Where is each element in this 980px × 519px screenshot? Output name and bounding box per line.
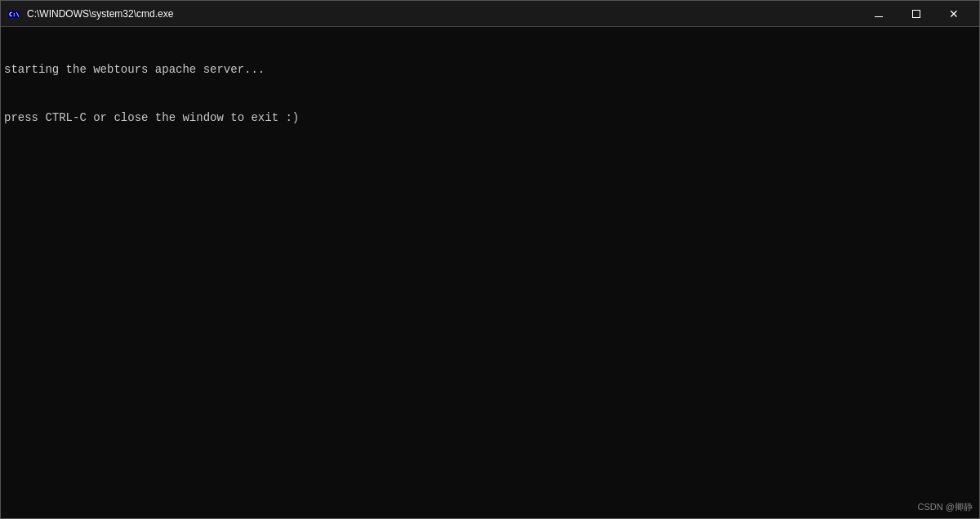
maximize-button[interactable] xyxy=(898,1,935,27)
cmd-icon: C:\ xyxy=(7,7,20,20)
minimize-button[interactable] xyxy=(860,1,898,27)
watermark: CSDN @卿静 xyxy=(918,501,973,513)
window-title: C:\WINDOWS\system32\cmd.exe xyxy=(27,8,860,20)
terminal-line-2: press CTRL-C or close the window to exit… xyxy=(4,110,976,127)
maximize-icon xyxy=(912,10,920,18)
window-controls: ✕ xyxy=(860,1,973,27)
cmd-window: C:\ C:\WINDOWS\system32\cmd.exe ✕ starti… xyxy=(0,0,980,519)
terminal-body[interactable]: starting the webtours apache server... p… xyxy=(1,27,979,518)
title-bar: C:\ C:\WINDOWS\system32\cmd.exe ✕ xyxy=(1,1,979,27)
close-icon: ✕ xyxy=(949,8,959,20)
close-button[interactable]: ✕ xyxy=(935,1,973,27)
terminal-output: starting the webtours apache server... p… xyxy=(4,30,976,159)
terminal-line-1: starting the webtours apache server... xyxy=(4,62,976,78)
svg-text:C:\: C:\ xyxy=(9,11,20,18)
minimize-icon xyxy=(875,16,883,17)
